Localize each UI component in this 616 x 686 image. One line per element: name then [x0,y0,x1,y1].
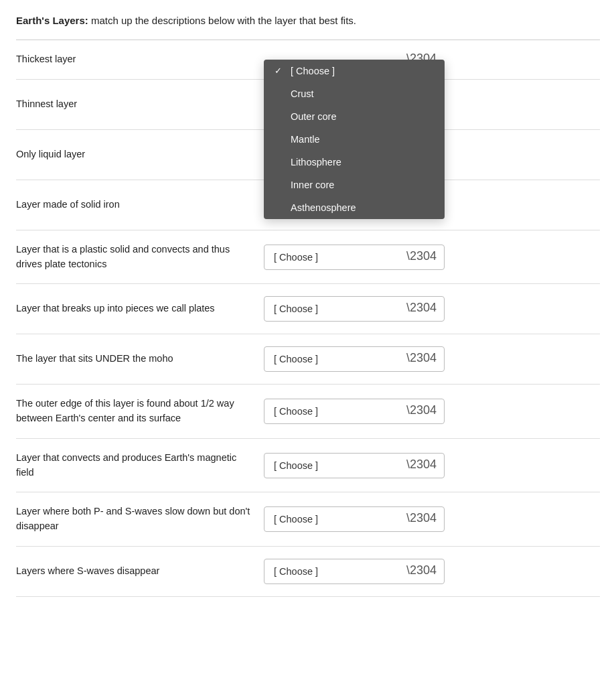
dropdown-item-label: Mantle [291,134,320,145]
dropdown-item-label: Inner core [291,180,334,190]
dropdown-item-asthenosphere[interactable]: Asthenosphere [264,196,445,219]
select-moho: [ Choose ] Crust Outer core Mantle Litho… [264,346,445,372]
select-plastic-solid-input[interactable]: [ Choose ] Crust Outer core Mantle Litho… [264,245,445,270]
dropdown-item-label: Asthenosphere [291,202,356,213]
page-title-bold: Earth's Layers: [16,15,88,26]
question-text-plastic-solid: Layer that is a plastic solid and convec… [16,243,264,272]
question-row-plastic-solid: Layer that is a plastic solid and convec… [16,230,600,285]
question-text-plates: Layer that breaks up into pieces we call… [16,301,264,316]
dropdown-item-inner-core[interactable]: Inner core [264,174,445,196]
select-s-waves-input[interactable]: [ Choose ] Crust Outer core Mantle Litho… [264,559,445,584]
page-title: Earth's Layers: match up the description… [16,13,600,27]
select-ps-waves: [ Choose ] Crust Outer core Mantle Litho… [264,506,445,532]
dropdown-item-label: Outer core [291,111,337,122]
select-plastic-solid: [ Choose ] Crust Outer core Mantle Litho… [264,245,445,270]
question-row-thickest: Thickest layer ✓ [ Choose ] Crust Outer … [16,40,600,80]
question-text-moho: The layer that sits UNDER the moho [16,352,264,366]
question-text-magnetic: Layer that convects and produces Earth's… [16,451,264,480]
question-row-moho: The layer that sits UNDER the moho [ Cho… [16,334,600,385]
select-plates-input[interactable]: [ Choose ] Crust Outer core Mantle Litho… [264,296,445,322]
question-row-ps-waves: Layer where both P- and S-waves slow dow… [16,492,600,547]
question-text-ps-waves: Layer where both P- and S-waves slow dow… [16,504,264,534]
dropdown-item-mantle[interactable]: Mantle [264,128,445,151]
select-half-way-input[interactable]: [ Choose ] Crust Outer core Mantle Litho… [264,399,445,424]
question-row-s-waves: Layers where S-waves disappear [ Choose … [16,547,600,597]
dropdown-menu: ✓ [ Choose ] Crust Outer core Mantle [264,60,445,219]
select-magnetic-input[interactable]: [ Choose ] Crust Outer core Mantle Litho… [264,453,445,478]
dropdown-item-crust[interactable]: Crust [264,82,445,105]
question-row-plates: Layer that breaks up into pieces we call… [16,284,600,334]
dropdown-item-choose[interactable]: ✓ [ Choose ] [264,60,445,82]
select-plates: [ Choose ] Crust Outer core Mantle Litho… [264,296,445,322]
select-half-way: [ Choose ] Crust Outer core Mantle Litho… [264,399,445,424]
question-row-magnetic: Layer that convects and produces Earth's… [16,439,600,493]
dropdown-item-outer-core[interactable]: Outer core [264,105,445,128]
question-row-half-way: The outer edge of this layer is found ab… [16,385,600,439]
dropdown-item-lithosphere[interactable]: Lithosphere [264,151,445,174]
question-text-thinnest: Thinnest layer [16,97,264,112]
question-text-half-way: The outer edge of this layer is found ab… [16,397,264,426]
dropdown-item-label: Crust [291,88,314,99]
select-s-waves: [ Choose ] Crust Outer core Mantle Litho… [264,559,445,584]
question-text-liquid: Only liquid layer [16,147,264,162]
page-title-rest: match up the descriptions below with the… [91,15,356,26]
select-ps-waves-input[interactable]: [ Choose ] Crust Outer core Mantle Litho… [264,506,445,532]
question-text-s-waves: Layers where S-waves disappear [16,564,264,579]
dropdown-item-label: Lithosphere [291,157,341,167]
question-text-solid-iron: Layer made of solid iron [16,198,264,212]
select-magnetic: [ Choose ] Crust Outer core Mantle Litho… [264,453,445,478]
checkmark-icon: ✓ [275,66,285,76]
page-container: Earth's Layers: match up the description… [0,0,616,610]
dropdown-item-label: [ Choose ] [291,66,335,76]
question-text-thickest: Thickest layer [16,52,264,67]
select-moho-input[interactable]: [ Choose ] Crust Outer core Mantle Litho… [264,346,445,372]
